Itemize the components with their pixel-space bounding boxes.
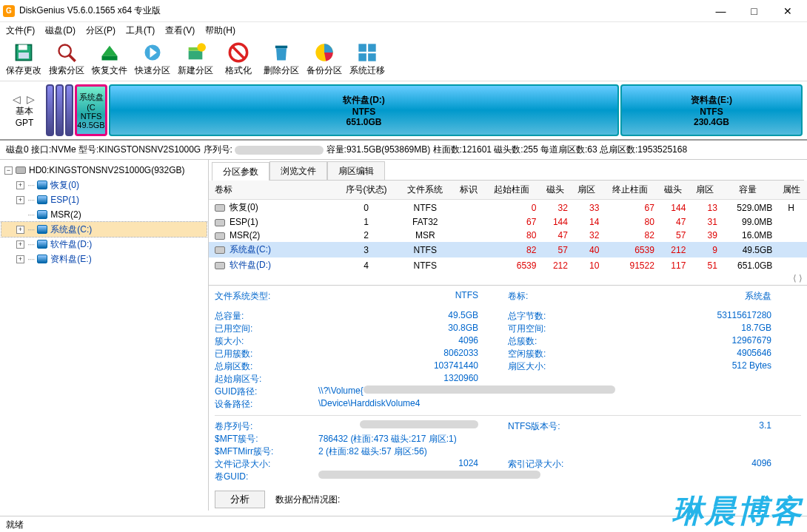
expand-icon[interactable]: +: [16, 226, 24, 234]
volume-icon: [37, 225, 47, 234]
format-icon: [228, 42, 249, 63]
table-row[interactable]: 恢复(0)0NTFS032336714413529.0MBH: [209, 200, 807, 216]
recover-icon: [99, 42, 120, 63]
scroll-indicator[interactable]: ⟨ ⟩: [209, 273, 807, 283]
title-bar: DiskGenius V5.6.0.1565 x64 专业版 — □ ✕: [0, 0, 807, 22]
volguid-redacted: [318, 471, 540, 479]
window-title: DiskGenius V5.6.0.1565 x64 专业版: [19, 4, 161, 17]
table-header-row[interactable]: 卷标 序号(状态) 文件系统 标识 起始柱面 磁头 扇区 终止柱面 磁头 扇区 …: [209, 181, 807, 200]
partition-bar-c[interactable]: 系统盘(C NTFS 49.5GB: [75, 84, 107, 136]
expand-icon[interactable]: +: [16, 181, 24, 189]
svg-rect-2: [19, 53, 29, 58]
svg-line-4: [70, 55, 76, 61]
partition-bar-msr[interactable]: [65, 84, 73, 136]
svg-rect-6: [102, 56, 118, 61]
disk-tree: − HD0:KINGSTONSNV2S1000G(932GB) +···· 恢复…: [0, 160, 209, 511]
close-button[interactable]: ✕: [771, 0, 804, 22]
save-button[interactable]: 保存更改: [4, 42, 43, 77]
new-button[interactable]: 新建分区: [176, 42, 215, 77]
volume-icon: [37, 195, 47, 204]
menu-tools[interactable]: 工具(T): [126, 24, 155, 37]
grid-icon: [357, 42, 378, 63]
tree-item-recovery[interactable]: +···· 恢复(0): [1, 178, 207, 192]
delete-button[interactable]: 删除分区: [262, 42, 301, 77]
analyse-label: 数据分配情况图:: [275, 494, 340, 506]
menu-view[interactable]: 查看(V): [165, 24, 195, 37]
toolbar: 保存更改 搜索分区 恢复文件 快速分区 新建分区 格式化 删除分区 备份分区 系…: [0, 38, 807, 81]
table-row[interactable]: 系统盘(C:)3NTFS8257406539212949.5GB: [209, 242, 807, 257]
serial-redacted: [360, 420, 478, 428]
svg-rect-16: [358, 44, 366, 52]
expand-icon[interactable]: +: [16, 240, 24, 249]
partition-bar-d[interactable]: 软件盘(D:) NTFS 651.0GB: [109, 84, 619, 136]
guid-redacted: [364, 385, 615, 394]
tree-item-esp[interactable]: +···· ESP(1): [1, 192, 207, 207]
svg-point-3: [59, 45, 71, 57]
tree-root[interactable]: − HD0:KINGSTONSNV2S1000G(932GB): [1, 163, 207, 178]
tabs: 分区参数 浏览文件 扇区编辑: [212, 161, 804, 181]
disk-info-line: 磁盘0 接口:NVMe 型号:KINGSTONSNV2S1000G 序列号: 容…: [0, 141, 807, 160]
expand-icon[interactable]: +: [16, 196, 24, 204]
backup-button[interactable]: 备份分区: [305, 42, 344, 77]
nav-basic: 基本: [16, 105, 33, 118]
disk-nav: ◁ ▷ 基本 GPT: [4, 93, 44, 128]
svg-rect-19: [368, 53, 376, 61]
menu-disk[interactable]: 磁盘(D): [45, 24, 76, 37]
tab-sector[interactable]: 扇区编辑: [327, 161, 385, 180]
app-icon: [3, 5, 15, 17]
table-row[interactable]: 软件盘(D:)4NTFS6539212109152211751651.0GB: [209, 257, 807, 273]
table-row[interactable]: ESP(1)1FAT32671441480473199.0MB: [209, 215, 807, 229]
partition-detail: 文件系统类型:NTFS 卷标:系统盘 总容量:49.5GB 总字节数:53115…: [209, 285, 807, 511]
menu-bar: 文件(F) 磁盘(D) 分区(P) 工具(T) 查看(V) 帮助(H): [0, 22, 807, 38]
svg-rect-14: [275, 46, 287, 48]
tree-item-e[interactable]: +···· 资料盘(E:): [1, 252, 207, 266]
svg-rect-1: [19, 45, 27, 50]
svg-rect-18: [358, 53, 366, 61]
partition-table: 卷标 序号(状态) 文件系统 标识 起始柱面 磁头 扇区 终止柱面 磁头 扇区 …: [209, 181, 807, 273]
tab-browse[interactable]: 浏览文件: [269, 161, 327, 180]
serial-redacted: [235, 146, 324, 155]
table-row[interactable]: MSR(2)2MSR80473282573916.0MB: [209, 229, 807, 242]
quick-button[interactable]: 快速分区: [133, 42, 172, 77]
menu-partition[interactable]: 分区(P): [86, 24, 115, 37]
nav-arrows[interactable]: ◁ ▷: [13, 93, 36, 105]
svg-rect-17: [368, 44, 376, 52]
collapse-icon[interactable]: −: [4, 166, 13, 175]
recover-button[interactable]: 恢复文件: [90, 42, 129, 77]
search-button[interactable]: 搜索分区: [47, 42, 86, 77]
magnifier-icon: [56, 42, 77, 63]
disk-icon: [16, 166, 26, 174]
nav-scheme: GPT: [16, 118, 34, 128]
tab-parameters[interactable]: 分区参数: [212, 162, 269, 181]
menu-file[interactable]: 文件(F): [6, 24, 35, 37]
migrate-button[interactable]: 系统迁移: [348, 42, 386, 77]
svg-rect-9: [189, 51, 203, 60]
volume-icon: [37, 255, 47, 263]
volume-icon: [37, 210, 47, 219]
svg-marker-5: [102, 46, 118, 56]
format-button[interactable]: 格式化: [219, 42, 258, 77]
volume-icon: [37, 181, 47, 189]
analyse-button[interactable]: 分析: [215, 491, 265, 508]
floppy-icon: [13, 42, 34, 63]
status-bar: 就绪: [0, 516, 807, 532]
maximize-button[interactable]: □: [737, 0, 771, 22]
new-icon: [185, 42, 206, 63]
partition-bar-recovery[interactable]: [46, 84, 54, 136]
status-text: 就绪: [6, 519, 24, 530]
tree-item-c[interactable]: +···· 系统盘(C:): [1, 222, 207, 237]
partition-bar-esp[interactable]: [56, 84, 64, 136]
disk-map: ◁ ▷ 基本 GPT 系统盘(C NTFS 49.5GB 软件盘(D:) NTF…: [0, 81, 807, 141]
pie-icon: [314, 42, 335, 63]
svg-point-11: [197, 43, 206, 52]
menu-help[interactable]: 帮助(H): [205, 24, 235, 37]
svg-line-13: [232, 47, 244, 58]
minimize-button[interactable]: —: [704, 0, 737, 22]
trash-icon: [271, 42, 292, 63]
expand-icon[interactable]: +: [16, 255, 24, 263]
tree-item-d[interactable]: +···· 软件盘(D:): [1, 237, 207, 252]
volume-icon: [37, 240, 47, 249]
tree-item-msr[interactable]: ···· MSR(2): [1, 207, 207, 222]
partition-bar-e[interactable]: 资料盘(E:) NTFS 230.4GB: [620, 84, 803, 136]
quick-icon: [142, 42, 163, 63]
